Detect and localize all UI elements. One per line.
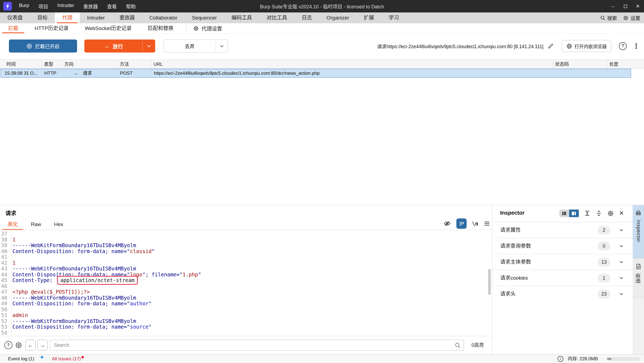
tab-对比工具[interactable]: 对比工具 [259,12,294,23]
event-log-button[interactable]: Event log (1) [8,355,34,363]
forward-button-label: 放行 [113,42,123,50]
event-log-notification-dot [41,356,43,358]
side-tab-notes[interactable]: 说明 [633,259,644,298]
word-wrap-icon [459,221,464,227]
tab-扩展[interactable]: 扩展 [356,12,381,23]
inspector-section-0[interactable]: 请求属性2 [492,222,633,238]
column-header-time[interactable]: 时间 [6,60,16,69]
more-options-button[interactable]: ⋮ [633,42,640,50]
request-editor[interactable]: 3738139------WebKitFormBoundary16TDuISBv… [0,231,488,336]
code-line: 37 [0,231,488,237]
menu-item-5[interactable]: 帮助 [126,3,136,10]
info-icon[interactable]: i [557,356,563,362]
chevron-down-icon [619,228,624,233]
code-line: 48------WebKitFormBoundary16TDuISBv4MByo… [0,295,488,301]
proxy-settings-button[interactable]: 代理设置 [191,23,224,33]
open-embedded-browser-button[interactable]: 打开内嵌浏览器 [562,40,611,52]
subtab-HTTP历史记录[interactable]: HTTP历史记录 [26,23,77,33]
tab-代理[interactable]: 代理 [55,12,80,23]
column-header-status[interactable]: 状态码 [555,60,569,69]
tab-重放器[interactable]: 重放器 [112,12,142,23]
editor-scrollbar-thumb[interactable] [488,269,491,295]
global-search-button[interactable]: 搜索 [600,14,617,21]
minimize-button[interactable]: – [607,0,619,12]
tab-Organizer[interactable]: Organizer [319,12,356,23]
column-header-url[interactable]: URL [154,60,163,69]
cell-method: POST [120,69,132,77]
editor-menu-icon[interactable] [484,221,490,227]
burp-logo-icon [3,2,12,11]
close-button[interactable]: ✕ [632,0,644,12]
inspector-section-3[interactable]: 请求cookies1 [492,270,633,286]
dock-right-button[interactable] [569,210,579,217]
column-header-direction[interactable]: 方向 [64,60,74,69]
subtab-匹配和替换[interactable]: 匹配和替换 [140,23,181,33]
main-tab-bar-tabs: 仪表盘目标代理Intruder重放器CollaboratorSequencer编… [0,12,406,23]
tab-Sequencer[interactable]: Sequencer [185,12,224,23]
inspector-section-2[interactable]: 请求主体参数13 [492,254,633,270]
menu-item-1[interactable]: 项目 [38,3,48,10]
tab-目标[interactable]: 目标 [30,12,55,23]
collapse-all-icon[interactable] [596,210,602,217]
tab-学习[interactable]: 学习 [381,12,406,23]
view-tab-Raw[interactable]: Raw [24,219,48,230]
search-previous-button[interactable]: ← [25,340,36,351]
tab-仪表盘[interactable]: 仪表盘 [0,12,30,23]
search-help-button[interactable]: ? [4,341,12,349]
side-tab-inspector[interactable]: Inspector [633,205,644,259]
column-divider [151,60,152,69]
column-header-method[interactable]: 方法 [120,60,129,69]
inspector-section-1[interactable]: 请求查询参数0 [492,238,633,254]
column-header-length[interactable]: 长度 [609,60,618,69]
code-text [10,330,12,336]
forward-dropdown-button[interactable] [143,40,155,53]
drop-dropdown-button[interactable] [216,40,228,52]
menu-item-0[interactable]: Burp [19,3,29,10]
column-header-type[interactable]: 类型 [44,60,53,69]
search-settings-gear-icon[interactable] [15,341,23,349]
code-line: 52------WebKitFormBoundary16TDuISBv4MByo… [0,318,488,324]
intercepted-request-row[interactable]: 15:39:08 31 O... HTTP → 请求 POST https://… [1,69,631,78]
drop-button[interactable]: 丢弃 [164,40,228,53]
maximize-button[interactable] [619,0,632,12]
view-tab-美化[interactable]: 美化 [1,219,24,230]
subtab-拦截[interactable]: 拦截 [0,23,26,33]
edit-pencil-icon[interactable] [548,43,554,49]
inspector-close-icon[interactable]: ✕ [619,210,624,217]
code-line: 51admin [0,312,488,318]
panel-splitter[interactable] [492,205,492,355]
tab-Collaborator[interactable]: Collaborator [142,12,185,23]
global-settings-button[interactable]: 设置 [623,14,640,21]
view-tab-Hex[interactable]: Hex [48,219,70,230]
dock-left-button[interactable] [559,210,569,217]
search-next-button[interactable]: → [37,340,48,351]
word-wrap-toggle-button[interactable] [456,218,467,229]
all-issues-button[interactable]: All issues (17) [52,355,81,363]
inspector-settings-gear-icon[interactable] [607,210,614,217]
subtab-WebSocket历史记录[interactable]: WebSocket历史记录 [77,23,140,33]
drop-button-label: 丢弃 [164,40,215,52]
hide-highlights-eye-icon[interactable] [443,220,451,227]
request-editor-lines: 3738139------WebKitFormBoundary16TDuISBv… [0,231,488,336]
expand-all-icon[interactable] [584,210,590,217]
window-controls: – ✕ [607,0,644,12]
code-line: 43------WebKitFormBoundary16TDuISBv4MByo… [0,266,488,272]
line-number: 49 [0,301,10,307]
intercept-toggle-button[interactable]: 拦截已开启 [9,40,77,53]
line-number: 38 [0,237,10,243]
help-button[interactable]: ? [619,42,627,50]
menu-item-4[interactable]: 查看 [107,3,117,10]
code-line: 53Content-Disposition: form-data; name="… [0,324,488,330]
show-newlines-button[interactable]: \n [472,221,478,227]
issues-notification-dot [81,356,84,358]
search-input[interactable] [50,340,464,351]
count-badge: 23 [598,290,610,299]
tab-编码工具[interactable]: 编码工具 [224,12,259,23]
side-tab-notes-label: 说明 [635,273,642,283]
inspector-section-4[interactable]: 请求头23 [492,286,633,302]
tab-Intruder[interactable]: Intruder [80,12,112,23]
menu-item-2[interactable]: Intruder [57,3,74,10]
tab-日志[interactable]: 日志 [294,12,319,23]
forward-button[interactable]: → 放行 [84,40,155,53]
menu-item-3[interactable]: 重放器 [83,3,98,10]
